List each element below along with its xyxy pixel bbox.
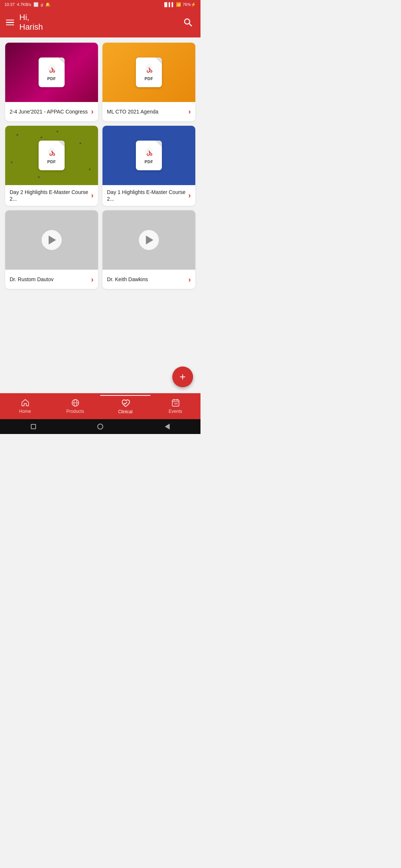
nav-label-clinical: Clinical bbox=[118, 409, 133, 414]
menu-button[interactable] bbox=[6, 20, 14, 26]
svg-line-1 bbox=[189, 24, 192, 26]
calendar-icon bbox=[171, 398, 180, 407]
card-rustom[interactable]: Dr. Rustom Dautov › bbox=[5, 210, 98, 289]
header-title: Hi, Harish bbox=[19, 13, 43, 32]
card-thumb-3: PDF bbox=[5, 126, 98, 185]
pdf-label-4: PDF bbox=[144, 160, 153, 164]
play-triangle-5 bbox=[49, 236, 56, 244]
card-keith[interactable]: Dr. Keith Dawkins › bbox=[102, 210, 195, 289]
card-label-4: Day 1 Highlights E-Master Course 2... bbox=[107, 189, 186, 202]
search-button[interactable] bbox=[181, 16, 195, 29]
svg-rect-9 bbox=[175, 403, 176, 404]
nav-item-home[interactable]: Home bbox=[0, 395, 50, 417]
content-area: PDF 2-4 June'2021 - APPAC Congress › PDF bbox=[0, 37, 200, 397]
pdf-icon-4: PDF bbox=[136, 141, 162, 170]
pdf-label-3: PDF bbox=[47, 160, 56, 164]
status-signal-icon: ▐▌▌▌ bbox=[163, 2, 175, 7]
grid-icon bbox=[71, 398, 80, 407]
card-mlcto[interactable]: PDF ML CTO 2021 Agenda › bbox=[102, 43, 195, 121]
chevron-icon-4: › bbox=[188, 191, 191, 200]
card-thumb-6 bbox=[102, 210, 195, 270]
card-thumb-5 bbox=[5, 210, 98, 270]
card-label-1: 2-4 June'2021 - APPAC Congress bbox=[10, 108, 89, 115]
status-battery: 76%⚡ bbox=[183, 2, 196, 7]
app-header: Hi, Harish bbox=[0, 9, 200, 37]
card-day1[interactable]: PDF Day 1 Highlights E-Master Course 2..… bbox=[102, 126, 195, 206]
acrobat-logo-1 bbox=[46, 64, 58, 76]
search-icon bbox=[183, 17, 193, 27]
acrobat-logo-4 bbox=[143, 147, 155, 160]
fab-plus-icon: + bbox=[180, 372, 186, 382]
card-label-5: Dr. Rustom Dautov bbox=[10, 276, 89, 283]
card-footer-4: Day 1 Highlights E-Master Course 2... › bbox=[102, 185, 195, 206]
pdf-icon-2: PDF bbox=[136, 57, 162, 87]
recent-apps-button[interactable] bbox=[30, 423, 37, 430]
card-footer-3: Day 2 Highlights E-Master Course 2... › bbox=[5, 185, 98, 206]
acrobat-logo-2 bbox=[143, 64, 155, 76]
home-circle-icon bbox=[97, 424, 103, 430]
home-button[interactable] bbox=[97, 423, 104, 430]
pdf-icon-3: PDF bbox=[39, 141, 65, 170]
pdf-icon-1: PDF bbox=[39, 57, 65, 87]
nav-item-products[interactable]: Products bbox=[50, 395, 100, 417]
acrobat-logo-3 bbox=[46, 147, 58, 160]
back-button[interactable] bbox=[163, 423, 171, 430]
status-speed: 4.7KB/s bbox=[17, 2, 32, 7]
card-footer-1: 2-4 June'2021 - APPAC Congress › bbox=[5, 102, 98, 121]
chevron-icon-1: › bbox=[91, 107, 94, 116]
svg-rect-10 bbox=[176, 403, 177, 404]
card-thumb-2: PDF bbox=[102, 43, 195, 102]
card-footer-5: Dr. Rustom Dautov › bbox=[5, 270, 98, 289]
card-label-2: ML CTO 2021 Agenda bbox=[107, 108, 186, 115]
card-appac[interactable]: PDF 2-4 June'2021 - APPAC Congress › bbox=[5, 43, 98, 121]
fab-add-button[interactable]: + bbox=[172, 366, 193, 387]
cards-grid: PDF 2-4 June'2021 - APPAC Congress › PDF bbox=[5, 43, 195, 289]
system-nav-bar bbox=[0, 419, 200, 434]
nav-label-home: Home bbox=[19, 409, 31, 414]
status-g-icon: g bbox=[41, 2, 43, 7]
card-thumb-4: PDF bbox=[102, 126, 195, 185]
card-label-6: Dr. Keith Dawkins bbox=[107, 276, 186, 283]
chevron-icon-6: › bbox=[188, 275, 191, 284]
play-triangle-6 bbox=[146, 236, 153, 244]
svg-rect-5 bbox=[172, 400, 179, 406]
recent-apps-icon bbox=[31, 424, 36, 429]
nav-label-products: Products bbox=[66, 409, 84, 414]
chevron-icon-2: › bbox=[188, 107, 191, 116]
nav-item-events[interactable]: Events bbox=[150, 395, 200, 417]
card-thumb-1: PDF bbox=[5, 43, 98, 102]
status-display-icon: ⬜ bbox=[33, 2, 39, 7]
nav-item-clinical[interactable]: Clinical bbox=[100, 395, 150, 417]
card-label-3: Day 2 Highlights E-Master Course 2... bbox=[10, 189, 89, 202]
play-button-5[interactable] bbox=[42, 230, 62, 250]
nav-label-events: Events bbox=[169, 409, 182, 414]
status-bar: 10:37 4.7KB/s ⬜ g 🔔 ▐▌▌▌ 📶 76%⚡ bbox=[0, 0, 200, 9]
chevron-icon-3: › bbox=[91, 191, 94, 200]
bottom-nav: Home Products Clinical Events bbox=[0, 393, 200, 419]
status-bell-icon: 🔔 bbox=[45, 2, 50, 7]
pdf-label-2: PDF bbox=[144, 76, 153, 81]
play-button-6[interactable] bbox=[139, 230, 159, 250]
status-time: 10:37 bbox=[4, 2, 15, 7]
back-arrow-icon bbox=[165, 424, 170, 430]
card-day2[interactable]: PDF Day 2 Highlights E-Master Course 2..… bbox=[5, 126, 98, 206]
status-wifi-icon: 📶 bbox=[176, 2, 181, 7]
card-footer-6: Dr. Keith Dawkins › bbox=[102, 270, 195, 289]
heart-icon bbox=[121, 399, 130, 408]
chevron-icon-5: › bbox=[91, 275, 94, 284]
home-icon bbox=[21, 398, 30, 407]
card-footer-2: ML CTO 2021 Agenda › bbox=[102, 102, 195, 121]
pdf-label-1: PDF bbox=[47, 76, 56, 81]
